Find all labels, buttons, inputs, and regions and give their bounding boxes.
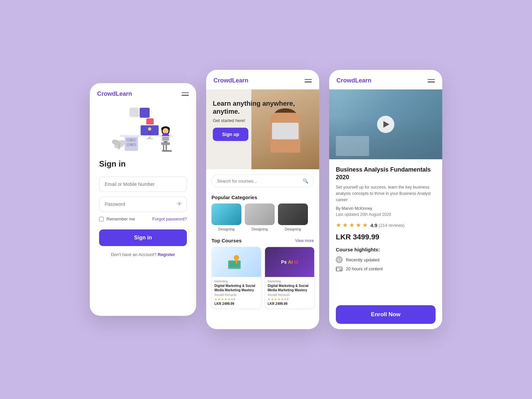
course-detail-updated: Last updated 20th August 2020	[336, 212, 436, 217]
home-header: CrowdLearn	[206, 70, 319, 89]
clock-icon	[336, 256, 342, 263]
password-input[interactable]	[99, 197, 187, 212]
course-price-detail: LKR 3499.99	[336, 233, 436, 241]
course-detail-author: By Marvin McKinney	[336, 206, 436, 211]
home-logo: CrowdLearn	[213, 77, 248, 84]
highlight-item-1: Recently updated	[336, 256, 436, 263]
course-card-2[interactable]: Ps Ai Id Marketing Digital Marketing & S…	[265, 247, 315, 309]
illus-container	[110, 104, 176, 154]
signin-illustration	[90, 103, 196, 156]
star-2: ★	[218, 298, 220, 301]
star-5: ★	[228, 298, 230, 301]
detail-header: CrowdLearn	[329, 70, 442, 89]
category-image-3	[278, 203, 308, 225]
hero-subtitle: Get started here!	[213, 118, 319, 123]
highlight-text-2: 20 hours of content	[346, 266, 383, 271]
svg-point-6	[131, 139, 132, 141]
course-rating-1: ★ ★ ★ ★ ★ 4.9	[214, 298, 258, 301]
svg-rect-26	[229, 261, 240, 267]
highlight-text-1: Recently updated	[346, 257, 379, 262]
svg-rect-2	[118, 144, 120, 149]
register-link[interactable]: Register	[158, 252, 175, 257]
signin-menu-icon[interactable]	[182, 92, 189, 96]
search-section: 🔍	[206, 169, 319, 190]
home-menu-icon[interactable]	[305, 79, 312, 82]
video-icon	[336, 267, 342, 271]
svg-rect-33	[337, 268, 340, 271]
courses-row: Marketing Digital Marketing & Social Med…	[206, 247, 319, 315]
top-courses-title: Top Courses	[211, 238, 242, 243]
forgot-password-link[interactable]: Forgot password?	[152, 216, 187, 221]
signin-button[interactable]: Sign in	[99, 229, 187, 246]
svg-point-29	[234, 262, 238, 264]
rating-star-5: ★	[362, 221, 368, 229]
course-name-2: Digital Marketing & Social Media Marketi…	[268, 284, 312, 292]
category-card-1[interactable]: Designing	[211, 203, 241, 231]
rating-star-2: ★	[342, 221, 348, 229]
course-rating-row: ★ ★ ★ ★ ★ 4.9 (214 reviews)	[336, 221, 436, 229]
play-button[interactable]	[377, 116, 394, 133]
detail-logo: CrowdLearn	[336, 77, 371, 84]
remember-checkbox[interactable]	[99, 217, 104, 221]
category-card-3[interactable]: Designing	[278, 203, 308, 231]
course-1-svg	[226, 254, 246, 270]
rating-star-3: ★	[349, 221, 354, 229]
detail-menu-icon[interactable]	[428, 79, 435, 82]
signup-button[interactable]: Sign up	[213, 128, 248, 141]
hero-laptop	[336, 136, 369, 156]
category-card-2[interactable]: Designing	[245, 203, 275, 231]
signin-logo: CrowdLearn	[97, 90, 132, 97]
search-box: 🔍	[211, 175, 314, 187]
rating-star-1: ★	[336, 221, 341, 229]
svg-rect-23	[166, 145, 167, 151]
svg-rect-14	[146, 138, 153, 139]
signin-content: Sign in 👁 Remember me Forgot password? S…	[90, 159, 196, 257]
course-info-1: Marketing Digital Marketing & Social Med…	[212, 277, 261, 308]
star-3: ★	[221, 298, 224, 301]
course-image-2: Ps Ai Id	[265, 247, 314, 277]
course-cat-1: Marketing	[214, 280, 258, 283]
remember-me-label[interactable]: Remember me	[99, 216, 135, 221]
category-label-2: Designing	[245, 227, 275, 231]
home-phone: CrowdLearn	[206, 70, 319, 329]
course-hero-image	[329, 89, 442, 159]
svg-rect-22	[163, 145, 164, 151]
search-input[interactable]	[217, 179, 300, 184]
course-cat-2: Marketing	[268, 280, 312, 283]
svg-rect-21	[161, 142, 170, 145]
course-image-1	[212, 247, 261, 277]
top-courses-header: Top Courses View more	[206, 236, 319, 247]
svg-line-32	[339, 260, 340, 260]
eye-icon[interactable]: 👁	[177, 201, 182, 207]
hero-text: Learn anything anywhere, anytime. Get st…	[213, 99, 319, 141]
categories-row: Designing Designing Designing	[206, 203, 319, 236]
star-4: ★	[224, 298, 227, 301]
course-name-1: Digital Marketing & Social Media Marketi…	[214, 284, 258, 292]
rating-value: 4.9	[370, 222, 377, 228]
email-input[interactable]	[99, 177, 187, 192]
enroll-button[interactable]: Enroll Now	[336, 305, 436, 324]
highlight-item-2: 20 hours of content	[336, 266, 436, 271]
password-wrapper: 👁	[99, 197, 187, 212]
categories-section-title: Popular Categories	[206, 190, 319, 203]
course-price-1: LKR 2499.99	[214, 302, 258, 306]
course-card-1[interactable]: Marketing Digital Marketing & Social Med…	[211, 247, 261, 309]
course-detail-content: Business Analysis Fundamentals 2020 Set …	[329, 159, 442, 308]
signin-header: CrowdLearn	[90, 83, 196, 103]
course-price-2: LKR 2499.99	[268, 302, 312, 306]
signin-phone: CrowdLearn	[90, 83, 196, 316]
category-label-3: Designing	[278, 227, 308, 231]
remember-forgot-row: Remember me Forgot password?	[99, 216, 187, 221]
course-info-2: Marketing Digital Marketing & Social Med…	[265, 277, 314, 308]
category-image-2	[245, 203, 275, 225]
rating-star-4: ★	[356, 221, 361, 229]
svg-point-27	[234, 255, 239, 260]
svg-rect-20	[162, 137, 169, 141]
svg-point-11	[148, 127, 151, 131]
view-more-link[interactable]: View more	[295, 238, 314, 243]
course-detail-title: Business Analysis Fundamentals 2020	[336, 166, 436, 181]
svg-point-7	[131, 144, 132, 145]
signin-title: Sign in	[99, 159, 187, 169]
course-author-1: Ronald Richards	[214, 293, 258, 297]
enroll-btn-wrapper: Enroll Now	[329, 300, 442, 329]
